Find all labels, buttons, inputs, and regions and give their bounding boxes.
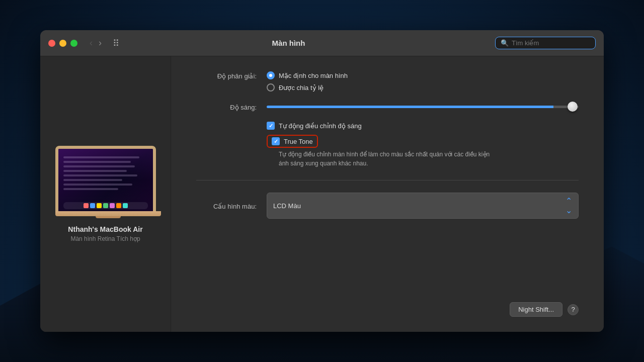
brightness-label: Độ sáng: (196, 103, 257, 111)
auto-brightness-label: Tự động điều chỉnh độ sáng (279, 122, 362, 130)
screen-line (63, 174, 138, 176)
resolution-label: Độ phân giải: (196, 71, 257, 80)
right-panel: Độ phân giải: Mặc định cho màn hình Được… (171, 56, 604, 332)
screen-line (63, 179, 123, 181)
slider-track (267, 106, 579, 108)
title-bar: ‹ › ⠿ Màn hình 🔍 (40, 30, 604, 56)
macbook-base (55, 211, 161, 216)
dock-icon (84, 203, 89, 208)
resolution-scaled-label: Được chia tỷ lệ (279, 84, 324, 92)
screen-dock (63, 202, 148, 209)
radio-scaled[interactable] (267, 83, 275, 92)
radio-default[interactable] (267, 71, 275, 79)
dock-icon (97, 203, 102, 208)
screen-lines (63, 156, 148, 193)
sidebar: Nthanh's MacBook Air Màn hình Retina Tíc… (40, 56, 171, 332)
dock-icon (116, 203, 121, 208)
traffic-lights (48, 40, 77, 47)
screen-line (63, 161, 131, 163)
dock-icon (123, 203, 128, 208)
search-input[interactable] (512, 39, 587, 47)
screen-line (63, 188, 118, 190)
dock-icon (90, 203, 95, 208)
auto-brightness-checkbox[interactable] (267, 122, 275, 130)
search-box[interactable]: 🔍 (495, 37, 596, 49)
dock-icon (103, 203, 108, 208)
brightness-setting: Độ sáng: (196, 102, 579, 112)
main-content: Nthanh's MacBook Air Màn hình Retina Tíc… (40, 56, 604, 332)
color-profile-dropdown[interactable]: LCD Màu ⌃⌄ (267, 193, 579, 219)
minimize-button[interactable] (59, 40, 66, 47)
main-window: ‹ › ⠿ Màn hình 🔍 (40, 30, 604, 332)
device-preview: Nthanh's MacBook Air Màn hình Retina Tíc… (55, 146, 156, 242)
screen-line (63, 170, 127, 172)
divider (196, 180, 579, 180)
device-type: Màn hình Retina Tích hợp (68, 235, 142, 242)
maximize-button[interactable] (70, 40, 77, 47)
screen-line (63, 184, 133, 186)
bottom-row: Night Shift... ? (196, 302, 579, 317)
macbook-illustration (55, 146, 156, 216)
night-shift-button[interactable]: Night Shift... (510, 302, 562, 317)
close-button[interactable] (48, 40, 55, 47)
resolution-option-default[interactable]: Mặc định cho màn hình (267, 71, 579, 79)
screen-line (63, 156, 139, 158)
device-name: Nthanh's MacBook Air (68, 225, 142, 233)
macbook-screen (55, 146, 156, 211)
brightness-slider[interactable] (267, 102, 579, 112)
resolution-setting: Độ phân giải: Mặc định cho màn hình Được… (196, 71, 579, 92)
true-tone-label: True Tone (284, 138, 313, 145)
screen-line (63, 165, 135, 167)
color-profile-value: LCD Màu (273, 202, 301, 210)
color-profile-setting: Cấu hình màu: LCD Màu ⌃⌄ (196, 193, 579, 219)
resolution-control: Mặc định cho màn hình Được chia tỷ lệ (267, 71, 579, 92)
auto-brightness-row: Tự động điều chỉnh độ sáng (267, 122, 579, 130)
help-button[interactable]: ? (568, 304, 579, 315)
screen-content (58, 149, 153, 211)
true-tone-checkbox[interactable] (272, 137, 280, 145)
dock-icon (110, 203, 115, 208)
color-profile-label: Cấu hình màu: (196, 202, 257, 210)
device-info: Nthanh's MacBook Air Màn hình Retina Tíc… (68, 225, 142, 242)
checkboxes-section: Tự động điều chỉnh độ sáng True Tone Tự … (267, 122, 579, 168)
search-icon: 🔍 (501, 39, 509, 47)
window-title: Màn hình (88, 39, 489, 47)
resolution-default-label: Mặc định cho màn hình (279, 72, 348, 79)
resolution-option-scaled[interactable]: Được chia tỷ lệ (267, 83, 579, 92)
true-tone-description: Tự động điều chỉnh màn hình để làm cho m… (279, 150, 490, 168)
chevron-up-down-icon: ⌃⌄ (566, 196, 572, 215)
true-tone-row: True Tone (267, 135, 579, 148)
true-tone-box: True Tone (267, 135, 318, 148)
true-tone-section: True Tone Tự động điều chỉnh màn hình để… (267, 135, 579, 168)
slider-thumb[interactable] (568, 102, 578, 112)
